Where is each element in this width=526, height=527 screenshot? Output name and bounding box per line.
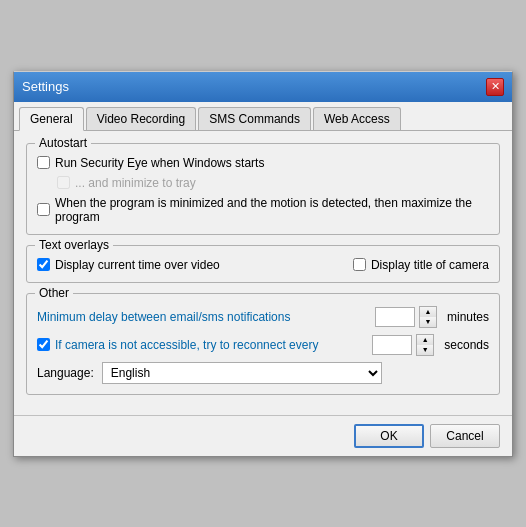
- autostart-group: Autostart Run Security Eye when Windows …: [26, 143, 500, 235]
- min-delay-unit: minutes: [447, 310, 489, 324]
- language-select[interactable]: English Spanish French German Russian: [102, 362, 382, 384]
- minimize-tray-label: ... and minimize to tray: [75, 176, 196, 190]
- display-title-label: Display title of camera: [371, 258, 489, 272]
- autostart-content: Run Security Eye when Windows starts ...…: [37, 156, 489, 224]
- min-delay-row: Minimum delay between email/sms notifica…: [37, 306, 489, 328]
- title-bar: Settings ✕: [14, 72, 512, 102]
- display-time-wrap[interactable]: Display current time over video: [37, 258, 220, 272]
- min-delay-input[interactable]: 5: [375, 307, 415, 327]
- min-delay-spinner: 5 ▲ ▼: [375, 306, 437, 328]
- maximize-motion-wrap[interactable]: When the program is minimized and the mo…: [37, 196, 489, 224]
- settings-window: Settings ✕ General Video Recording SMS C…: [13, 71, 513, 457]
- tab-content: Autostart Run Security Eye when Windows …: [14, 131, 512, 415]
- reconnect-row: If camera is not accessible, try to reco…: [37, 334, 489, 356]
- ok-button[interactable]: OK: [354, 424, 424, 448]
- run-security-eye-checkbox-wrap[interactable]: Run Security Eye when Windows starts: [37, 156, 264, 170]
- min-delay-spinner-buttons: ▲ ▼: [419, 306, 437, 328]
- reconnect-checkbox[interactable]: [37, 338, 50, 351]
- display-time-row: Display current time over video Display …: [37, 258, 489, 272]
- run-security-eye-row: Run Security Eye when Windows starts: [37, 156, 489, 170]
- tab-video-recording[interactable]: Video Recording: [86, 107, 197, 130]
- text-overlays-content: Display current time over video Display …: [37, 258, 489, 272]
- language-label: Language:: [37, 366, 94, 380]
- bottom-bar: OK Cancel: [14, 415, 512, 456]
- minimize-tray-row: ... and minimize to tray: [37, 176, 489, 190]
- reconnect-checkbox-wrap[interactable]: If camera is not accessible, try to reco…: [37, 338, 318, 352]
- tab-sms-commands[interactable]: SMS Commands: [198, 107, 311, 130]
- tab-general[interactable]: General: [19, 107, 84, 131]
- reconnect-spinner: 30 ▲ ▼: [372, 334, 434, 356]
- min-delay-up-button[interactable]: ▲: [420, 307, 436, 317]
- maximize-motion-label: When the program is minimized and the mo…: [55, 196, 489, 224]
- reconnect-input[interactable]: 30: [372, 335, 412, 355]
- min-delay-down-button[interactable]: ▼: [420, 317, 436, 327]
- maximize-motion-row: When the program is minimized and the mo…: [37, 196, 489, 224]
- tab-web-access[interactable]: Web Access: [313, 107, 401, 130]
- maximize-motion-checkbox[interactable]: [37, 203, 50, 216]
- close-button[interactable]: ✕: [486, 78, 504, 96]
- run-security-eye-checkbox[interactable]: [37, 156, 50, 169]
- display-time-label: Display current time over video: [55, 258, 220, 272]
- text-overlays-label: Text overlays: [35, 238, 113, 252]
- autostart-label: Autostart: [35, 136, 91, 150]
- cancel-button[interactable]: Cancel: [430, 424, 500, 448]
- other-label: Other: [35, 286, 73, 300]
- reconnect-label: If camera is not accessible, try to reco…: [55, 338, 318, 352]
- window-title: Settings: [22, 79, 69, 94]
- display-title-wrap[interactable]: Display title of camera: [353, 258, 489, 272]
- display-time-checkbox[interactable]: [37, 258, 50, 271]
- language-row: Language: English Spanish French German …: [37, 362, 489, 384]
- display-title-checkbox[interactable]: [353, 258, 366, 271]
- language-select-wrap: English Spanish French German Russian: [102, 362, 382, 384]
- reconnect-down-button[interactable]: ▼: [417, 345, 433, 355]
- other-group: Other Minimum delay between email/sms no…: [26, 293, 500, 395]
- run-security-eye-label: Run Security Eye when Windows starts: [55, 156, 264, 170]
- tab-bar: General Video Recording SMS Commands Web…: [14, 102, 512, 131]
- minimize-tray-checkbox[interactable]: [57, 176, 70, 189]
- other-content: Minimum delay between email/sms notifica…: [37, 306, 489, 384]
- text-overlays-group: Text overlays Display current time over …: [26, 245, 500, 283]
- min-delay-label: Minimum delay between email/sms notifica…: [37, 310, 290, 324]
- reconnect-unit: seconds: [444, 338, 489, 352]
- reconnect-up-button[interactable]: ▲: [417, 335, 433, 345]
- minimize-tray-wrap: ... and minimize to tray: [57, 176, 196, 190]
- reconnect-spinner-buttons: ▲ ▼: [416, 334, 434, 356]
